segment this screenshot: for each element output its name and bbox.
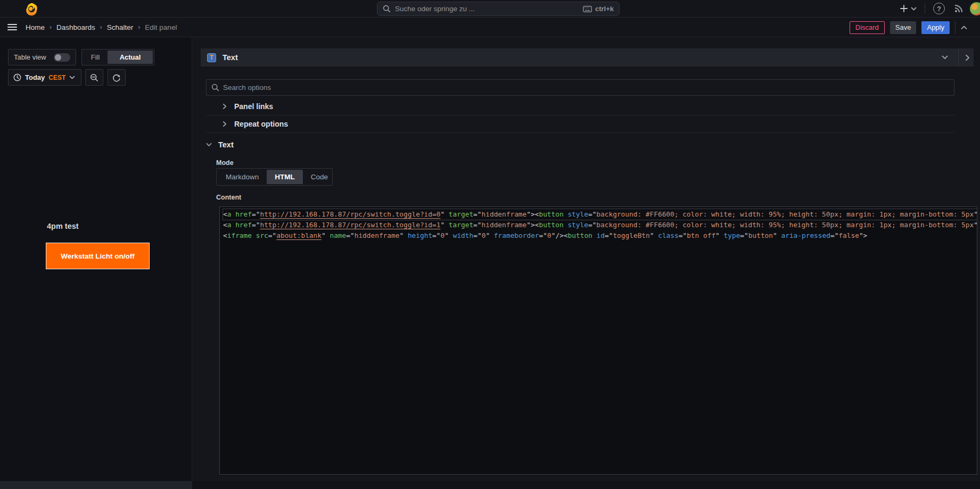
breadcrumb-separator: › bbox=[138, 23, 140, 31]
section-label: Panel links bbox=[234, 102, 273, 111]
code-line[interactable]: <a href="http://192.168.178.87/rpc/switc… bbox=[223, 220, 977, 230]
timezone-badge: CEST bbox=[48, 74, 65, 81]
breadcrumb-separator: › bbox=[50, 23, 52, 31]
toggle-knob bbox=[55, 54, 61, 61]
breadcrumb-dashboard-name[interactable]: Schalter bbox=[107, 23, 134, 31]
section-label: Text bbox=[218, 140, 234, 149]
time-range-label: Today bbox=[25, 73, 45, 81]
search-shortcut: ctrl+k bbox=[583, 5, 614, 13]
breadcrumb-separator: › bbox=[100, 23, 102, 31]
mode-radio-group: Markdown HTML Code bbox=[216, 168, 333, 186]
breadcrumb: Home › Dashboards › Schalter › Edit pane… bbox=[26, 23, 177, 31]
breadcrumb-dashboards[interactable]: Dashboards bbox=[56, 23, 95, 31]
chevron-right-icon bbox=[223, 121, 227, 127]
search-icon bbox=[383, 5, 391, 13]
news-icon[interactable] bbox=[953, 3, 964, 14]
text-panel-icon: T bbox=[207, 53, 216, 62]
chevron-right-icon bbox=[223, 103, 227, 110]
visualization-picker[interactable]: T Text bbox=[201, 48, 974, 67]
user-avatar[interactable] bbox=[970, 2, 980, 15]
search-icon bbox=[211, 84, 219, 92]
bottom-scrollbar[interactable] bbox=[0, 481, 192, 489]
chevron-up-icon[interactable] bbox=[961, 26, 967, 30]
save-button[interactable]: Save bbox=[890, 21, 917, 34]
options-search-box[interactable] bbox=[206, 79, 954, 96]
top-bar: ctrl+k ? bbox=[0, 0, 980, 18]
table-view-toggle[interactable] bbox=[54, 53, 70, 62]
mode-markdown[interactable]: Markdown bbox=[218, 170, 267, 184]
chevron-down-icon bbox=[206, 143, 212, 147]
panel-actions: Discard Save Apply bbox=[850, 18, 967, 37]
content-label: Content bbox=[216, 194, 241, 201]
new-menu-button[interactable] bbox=[900, 3, 917, 14]
preview-toggle-button[interactable]: Werkstatt Licht on/off bbox=[46, 243, 150, 269]
breadcrumb-edit-panel: Edit panel bbox=[145, 23, 177, 31]
keyboard-icon bbox=[583, 6, 592, 12]
section-label: Repeat options bbox=[234, 120, 288, 128]
search-shortcut-label: ctrl+k bbox=[595, 5, 614, 13]
chevron-down-icon[interactable] bbox=[942, 55, 948, 60]
mode-label: Mode bbox=[216, 159, 234, 167]
plus-icon bbox=[900, 4, 908, 13]
global-search-box[interactable]: ctrl+k bbox=[377, 2, 620, 16]
topbar-divider bbox=[925, 4, 925, 14]
chevron-down-icon bbox=[911, 7, 917, 11]
clock-icon bbox=[13, 73, 21, 81]
preview-pane: Table view Fill Actual Today CEST 4pm te… bbox=[0, 37, 192, 481]
mode-html[interactable]: HTML bbox=[267, 170, 303, 184]
actual-option[interactable]: Actual bbox=[108, 51, 153, 64]
options-pane: T Text Panel links Repeat options Text M… bbox=[192, 37, 980, 481]
chevron-down-icon bbox=[69, 76, 75, 79]
global-search-input[interactable] bbox=[395, 5, 579, 13]
help-button[interactable]: ? bbox=[933, 3, 945, 14]
pane-size-control: Fill Actual bbox=[81, 49, 154, 65]
fill-option[interactable]: Fill bbox=[83, 51, 108, 64]
discard-button[interactable]: Discard bbox=[850, 21, 885, 34]
mode-code[interactable]: Code bbox=[303, 170, 336, 184]
table-view-control: Table view bbox=[8, 49, 76, 65]
zoom-out-icon bbox=[90, 73, 98, 82]
code-line[interactable]: <iframe src="about:blank" name="hiddenfr… bbox=[223, 230, 977, 241]
chevron-right-icon[interactable] bbox=[965, 54, 970, 61]
section-panel-links[interactable]: Panel links bbox=[206, 98, 954, 115]
code-line[interactable]: <a href="http://192.168.178.87/rpc/switc… bbox=[223, 209, 977, 220]
section-repeat-options[interactable]: Repeat options bbox=[206, 115, 954, 133]
header-divider bbox=[958, 48, 959, 67]
panel-title: 4pm test bbox=[47, 222, 79, 230]
grafana-app: ctrl+k ? Home › Dashboards › Schalter › … bbox=[0, 0, 980, 489]
nav-bar: Home › Dashboards › Schalter › Edit pane… bbox=[0, 18, 980, 37]
table-view-label: Table view bbox=[14, 53, 46, 61]
refresh-icon bbox=[112, 73, 121, 82]
refresh-button[interactable] bbox=[108, 69, 126, 86]
grafana-logo-icon[interactable] bbox=[24, 2, 39, 16]
visualization-name: Text bbox=[223, 53, 238, 62]
options-search-input[interactable] bbox=[223, 84, 949, 92]
menu-toggle-button[interactable] bbox=[7, 24, 17, 30]
zoom-out-button[interactable] bbox=[85, 69, 103, 86]
actions-divider bbox=[955, 21, 956, 34]
apply-button[interactable]: Apply bbox=[921, 21, 950, 34]
breadcrumb-home[interactable]: Home bbox=[26, 23, 45, 31]
content-code-editor[interactable]: <a href="http://192.168.178.87/rpc/switc… bbox=[219, 206, 977, 475]
time-range-picker[interactable]: Today CEST bbox=[8, 69, 81, 86]
section-text[interactable]: Text bbox=[206, 140, 234, 149]
